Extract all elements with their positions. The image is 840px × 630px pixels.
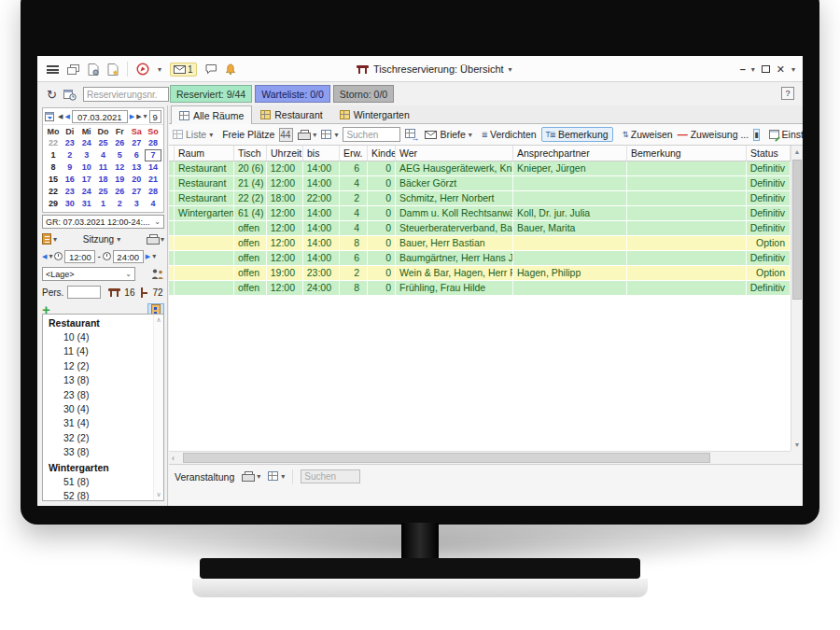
table-row[interactable]: Wintergarten61 (4)12:0014:0040Damm u. Ko… bbox=[169, 206, 791, 220]
calendar-day[interactable]: 28 bbox=[145, 137, 161, 149]
calendar-day[interactable]: 1 bbox=[95, 198, 112, 210]
time-from-field[interactable]: 12:00 bbox=[64, 250, 95, 263]
compass-dropdown-icon[interactable]: ▾ bbox=[158, 65, 161, 74]
calendar-day[interactable]: 6 bbox=[128, 149, 145, 161]
table-row[interactable]: Restaurant22 (2)18:0022:0020Schmitz, Her… bbox=[169, 191, 791, 205]
room-item[interactable]: 51 (8) bbox=[43, 475, 163, 489]
help-button[interactable]: ? bbox=[781, 87, 794, 100]
calendar-dropdown-icon[interactable] bbox=[45, 111, 56, 122]
calendar-day[interactable]: 12 bbox=[111, 161, 128, 174]
calendar-day[interactable]: 9 bbox=[62, 161, 78, 174]
lage-select[interactable]: <Lage> ⌄ bbox=[42, 267, 135, 281]
session-book-icon[interactable] bbox=[42, 233, 51, 245]
menu-icon[interactable] bbox=[47, 65, 59, 74]
minimize-dropdown-icon[interactable]: ▾ bbox=[751, 65, 755, 74]
scroll-up-icon[interactable]: ∧ bbox=[156, 316, 161, 324]
room-item[interactable]: 13 (8) bbox=[43, 373, 163, 387]
navigation-compass-icon[interactable] bbox=[136, 63, 149, 76]
einstellung-button[interactable]: Einstellung bbox=[769, 129, 803, 140]
room-item[interactable]: 12 (2) bbox=[43, 359, 163, 373]
calendar-day[interactable]: 22 bbox=[45, 186, 62, 198]
bell-icon[interactable] bbox=[225, 63, 236, 76]
document-favorite-icon[interactable] bbox=[107, 63, 119, 76]
column-header[interactable]: Bemerkung bbox=[627, 146, 747, 161]
calendar-day[interactable]: 31 bbox=[78, 198, 95, 210]
prev-day-icon[interactable]: ◀ bbox=[64, 113, 69, 120]
calendar-day[interactable]: 23 bbox=[62, 137, 78, 149]
calendar-day[interactable]: 29 bbox=[45, 198, 62, 210]
column-header[interactable]: Ansprechpartner bbox=[513, 146, 627, 161]
calendar-day[interactable]: 24 bbox=[78, 186, 95, 198]
column-header[interactable]: Kinder bbox=[368, 146, 396, 161]
calendar-day[interactable]: 4 bbox=[95, 149, 112, 161]
date-dropdown-icon[interactable]: ▾ bbox=[144, 112, 147, 120]
calendar-day[interactable]: 15 bbox=[45, 174, 62, 186]
calendar-day[interactable]: 28 bbox=[145, 186, 161, 198]
calendar-day[interactable]: 5 bbox=[111, 149, 128, 161]
calendar-day[interactable]: 3 bbox=[78, 149, 95, 161]
calendar-day[interactable]: 1 bbox=[45, 149, 62, 161]
minimize-button[interactable]: – bbox=[740, 63, 745, 75]
apply-search-button[interactable]: → bbox=[405, 129, 415, 140]
scrollbar-thumb[interactable] bbox=[792, 160, 802, 300]
column-header[interactable]: Uhrzeit bbox=[267, 146, 303, 161]
scroll-up-icon[interactable]: ▲ bbox=[791, 148, 803, 155]
time-to-field[interactable]: 24:00 bbox=[113, 250, 144, 263]
scroll-down-icon[interactable]: ▼ bbox=[791, 441, 803, 448]
document-recent-icon[interactable] bbox=[88, 63, 99, 76]
room-item[interactable]: 32 (2) bbox=[43, 431, 163, 445]
calendar-day[interactable]: 26 bbox=[111, 137, 128, 149]
event-print-button[interactable]: ▾ bbox=[242, 471, 260, 481]
tab-restaurant[interactable]: Restaurant bbox=[252, 105, 330, 123]
table-row[interactable]: offen19:0023:0020Wein & Bar, Hagen, Herr… bbox=[169, 266, 791, 280]
calendar-day[interactable]: 7 bbox=[145, 149, 161, 161]
title-dropdown-icon[interactable]: ▾ bbox=[509, 65, 512, 74]
calendar-day[interactable]: 2 bbox=[62, 149, 78, 161]
event-grid-button[interactable]: ▾ bbox=[268, 471, 285, 481]
calendar-day[interactable]: 21 bbox=[145, 174, 161, 186]
table-row[interactable]: offen12:0024:0080Frühling, Frau HildeDef… bbox=[169, 281, 791, 295]
calendar-day[interactable]: 26 bbox=[111, 186, 128, 198]
calendar-day[interactable]: 27 bbox=[128, 186, 145, 198]
calendar-day[interactable]: 24 bbox=[78, 137, 95, 149]
table-row[interactable]: Restaurant20 (6)12:0014:0060AEG Hausgerä… bbox=[169, 161, 791, 175]
calendar-day[interactable]: 27 bbox=[128, 137, 145, 149]
room-item[interactable]: 52 (8) bbox=[43, 489, 163, 501]
print-icon[interactable] bbox=[147, 234, 159, 244]
windows-icon[interactable] bbox=[67, 64, 79, 75]
table-row[interactable]: offen12:0014:0080Bauer, Herr BastianOpti… bbox=[169, 236, 791, 250]
chat-icon[interactable] bbox=[205, 64, 217, 75]
next-day-icon[interactable]: ▶ bbox=[130, 113, 134, 120]
time-next-icon[interactable]: ▶ bbox=[146, 253, 150, 260]
column-header[interactable]: Wer bbox=[396, 146, 513, 161]
room-item[interactable]: 11 (4) bbox=[43, 344, 163, 358]
maximize-button[interactable] bbox=[762, 65, 770, 73]
status-badge[interactable]: Warteliste: 0/0 bbox=[255, 85, 330, 103]
calendar-day[interactable]: 18 bbox=[95, 174, 112, 186]
time-prev-icon[interactable]: ◀ bbox=[42, 253, 47, 260]
guests-icon[interactable] bbox=[151, 269, 164, 279]
tab-wintergarten[interactable]: Wintergarten bbox=[331, 105, 418, 123]
calendar-day[interactable]: 30 bbox=[62, 198, 78, 210]
calendar-day[interactable]: 22 bbox=[45, 137, 62, 149]
column-header[interactable]: Erw. bbox=[340, 146, 368, 161]
room-item[interactable]: 33 (8) bbox=[43, 445, 163, 459]
zuweisen-button[interactable]: ⇅ Zuweisen bbox=[623, 129, 673, 140]
calendar-day[interactable]: 20 bbox=[128, 174, 145, 186]
liste-button[interactable]: Liste ▾ bbox=[173, 129, 213, 140]
scroll-down-icon[interactable]: ∨ bbox=[156, 491, 161, 498]
column-header[interactable]: Status bbox=[747, 146, 791, 161]
room-item[interactable]: 23 (8) bbox=[43, 388, 163, 402]
room-item[interactable]: 10 (4) bbox=[43, 330, 163, 344]
reservation-number-input[interactable] bbox=[83, 87, 169, 102]
calendar-day[interactable]: 16 bbox=[62, 174, 78, 186]
room-item[interactable]: 30 (4) bbox=[43, 402, 163, 416]
briefe-button[interactable]: Briefe ▾ bbox=[425, 129, 471, 140]
session-group-select[interactable]: GR: 07.03.2021 12:00-24:... ⌄ bbox=[42, 215, 164, 229]
search-input[interactable] bbox=[343, 127, 400, 142]
week-number-field[interactable]: 9 bbox=[149, 110, 161, 123]
calendar-day[interactable]: 14 bbox=[145, 161, 161, 174]
status-badge[interactable]: Reserviert: 9/44 bbox=[170, 85, 252, 103]
horizontal-scrollbar[interactable]: ‹ bbox=[169, 451, 791, 464]
close-button[interactable]: ✕ bbox=[777, 63, 785, 76]
